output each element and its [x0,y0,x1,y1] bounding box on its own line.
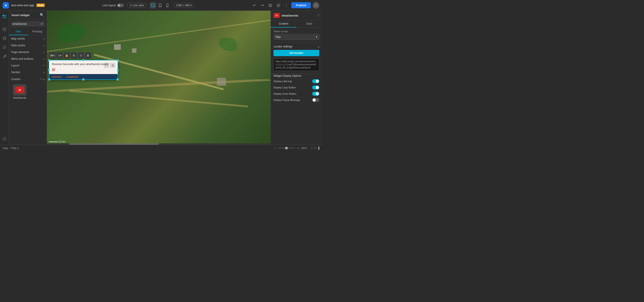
tab-new[interactable]: New [9,28,28,35]
view-icons [150,2,170,8]
locator-settings-header[interactable]: Locator settings ▴ [271,43,322,50]
sidebar-toggle-icon[interactable]: ▐ [317,146,319,150]
chevron-down-icon: ▾ [44,71,44,74]
map-widget[interactable]: ▾ ◇▾ 🔒 ⧉ ⊡ 🗑 Reverse Geocode with your w… [49,60,118,80]
opt-popup-message-toggle[interactable] [312,98,319,102]
pages-icon[interactable] [1,26,8,33]
widget-action-buttons: ⛶ ⧉ [104,63,116,68]
chevron-up-icon[interactable]: ▴ [43,78,44,81]
topbar-center: Lock layout Live view [47,2,249,8]
style-icon[interactable] [1,44,8,51]
help-icon[interactable]: ? [1,135,8,142]
delete-button[interactable]: 🗑 [85,52,91,58]
right-panel: /// what3words ? Content Style Select a … [270,11,322,145]
data-icon[interactable] [1,35,8,42]
tools-icon[interactable] [1,52,8,60]
page-name[interactable]: Page ▴ [11,146,19,150]
undo-button[interactable]: ↩ [251,2,258,8]
chevron-down-icon: ▾ [316,35,317,38]
tablet-view-icon[interactable] [157,2,163,8]
widget-search-clear[interactable]: ✕ [40,22,43,26]
map-area[interactable]: ▾ ◇▾ 🔒 ⧉ ⊡ 🗑 Reverse Geocode with your w… [47,11,270,145]
what3words-widget-item[interactable]: /// what3words [11,84,28,99]
chevron-up-icon: ▴ [18,146,19,149]
tab-style[interactable]: Style [296,20,322,28]
lock-layout-toggle[interactable] [117,4,124,7]
right-panel-header: /// what3words ? [271,11,322,20]
opt-copy-button-toggle[interactable] [312,86,319,90]
scale-line [49,142,58,142]
resize-handle-mr[interactable] [117,69,118,71]
widget-area: /// what3words [9,82,47,101]
expand-icon[interactable]: ⤢ [314,146,316,150]
opt-lat-long-label: Display Lat/Long [274,80,292,82]
zoom-in-button[interactable]: + [297,146,299,150]
tab-pending[interactable]: Pending [28,28,47,35]
fullscreen-button[interactable]: ⛶ [104,63,109,68]
widget-search-input[interactable] [12,22,39,26]
lock-layout-control[interactable]: Lock layout [102,4,124,7]
svg-rect-8 [270,6,271,7]
opt-row-zoom-button: Display Zoom Button [274,92,319,96]
align-button[interactable]: ▾ [49,52,56,58]
live-view-button[interactable]: Live view [128,3,146,8]
right-panel-help-icon[interactable]: ? [318,14,319,17]
resize-handle-tl[interactable] [48,60,50,61]
zoom-out-button[interactable]: − [274,146,276,150]
zoom-percentage: 100% [301,147,307,150]
expand-icons: ⛶ ⤢ ▐ [310,146,319,150]
chevron-down-icon: ▾ [44,51,44,54]
copy-button[interactable]: ⧉ [71,52,77,58]
map-scrollbar[interactable] [47,144,270,145]
redo-button[interactable]: ↪ [259,2,266,8]
opt-lat-long-toggle[interactable] [312,79,319,83]
section-layout[interactable]: Layout ▾ [9,62,47,69]
resize-handle-ml[interactable] [48,69,50,71]
icon-bar: ? [0,11,9,145]
lock-layout-label: Lock layout [102,4,116,7]
section-map-centric[interactable]: Map centric ▾ [9,35,47,42]
mobile-view-icon[interactable] [164,2,170,8]
more-options-button[interactable]: ⋮ [283,2,290,8]
collapse-icon[interactable]: ▴ [318,45,319,48]
embed-button[interactable]: ⊡ [78,52,84,58]
opt-zoom-button-label: Display Zoom Button [274,92,296,95]
zoom-slider[interactable] [278,148,296,148]
section-custom[interactable]: Custom ? ▴ [9,76,47,82]
set-locator-button[interactable]: Set locator [274,50,319,56]
svg-marker-11 [278,5,279,6]
zoom-slider-thumb[interactable] [285,147,288,150]
opt-zoom-button-toggle[interactable] [312,92,319,96]
user-avatar[interactable] [312,2,319,9]
svg-rect-15 [3,17,4,18]
map-scrollbar-thumb[interactable] [69,144,159,145]
resize-handle-bm[interactable] [82,78,84,80]
section-section[interactable]: Section ▾ [9,69,47,76]
resize-handle-br[interactable] [117,78,118,80]
widget-panel: Insert widget 🔍 ✕ New Pending Map centri… [9,11,47,145]
w3w-slashes: /// [52,68,115,72]
section-menu-toolbars[interactable]: Menu and toolbars ▾ [9,56,47,62]
tab-content[interactable]: Content [271,20,296,28]
copy-coords-button[interactable]: ⧉ [110,63,116,68]
help-circle-icon[interactable]: ? [40,78,42,81]
style-button[interactable]: ◇▾ [56,52,62,58]
lock-button[interactable]: 🔒 [64,52,70,58]
widget-opts-title: Widget Display Options [274,74,319,78]
desktop-view-icon[interactable] [150,2,156,8]
preview-button[interactable] [275,2,282,8]
save-button[interactable] [267,2,274,8]
chevron-down-icon: ▾ [44,58,44,60]
fit-page-icon[interactable]: ⛶ [310,146,313,150]
resize-handle-bl[interactable] [48,78,50,80]
page-text: Page [3,147,8,150]
resolution-selector[interactable]: 1280 × 800 ▾ [174,3,194,8]
widget-search-icon[interactable]: 🔍 [40,13,44,17]
section-page-elements[interactable]: Page elements ▾ [9,49,47,56]
resize-handle-tr[interactable] [117,60,118,61]
section-data-centric[interactable]: Data centric ▾ [9,42,47,49]
map-selector[interactable]: Map ▾ [274,34,319,40]
resize-handle-tm[interactable] [82,60,84,61]
insert-widget-icon[interactable] [1,13,8,20]
publish-button[interactable]: Publish [291,2,311,8]
